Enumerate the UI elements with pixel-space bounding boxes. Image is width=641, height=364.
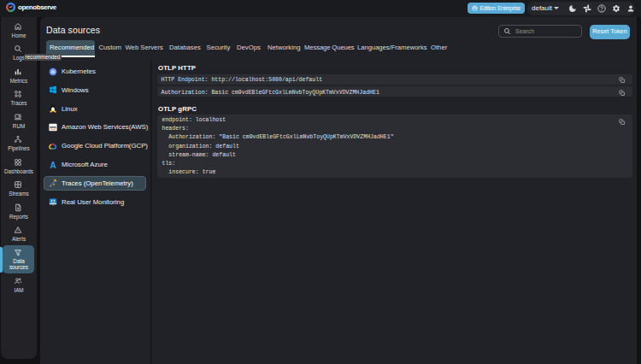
svg-text:A: A [50,161,56,169]
svg-text:aws: aws [50,125,56,129]
